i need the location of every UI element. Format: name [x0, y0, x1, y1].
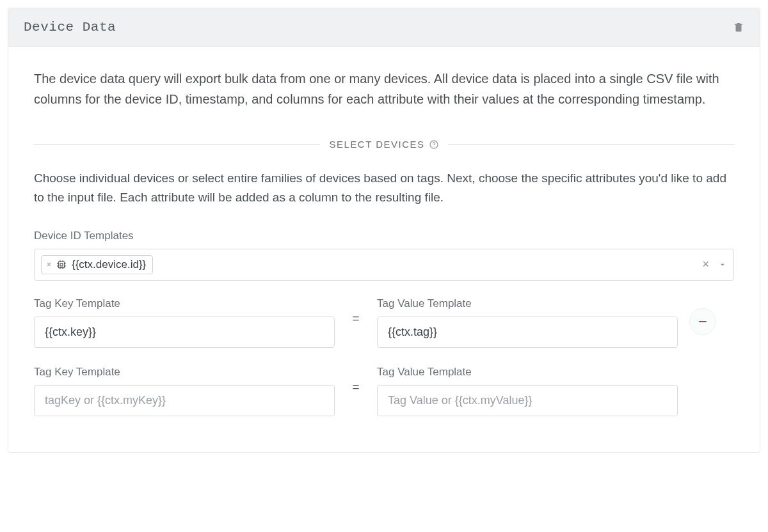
tag-row: Tag Key Template = Tag Value Template: [34, 366, 734, 416]
help-icon[interactable]: [429, 139, 439, 150]
device-id-templates-field: Device ID Templates × {{ctx.device.id}} …: [34, 230, 734, 281]
trash-icon[interactable]: [733, 21, 744, 34]
tag-key-col: Tag Key Template: [34, 297, 335, 348]
chip-text: {{ctx.device.id}}: [72, 258, 146, 271]
device-id-chip: × {{ctx.device.id}}: [41, 255, 153, 274]
divider-label: SELECT DEVICES: [329, 139, 438, 150]
panel-body: The device data query will export bulk d…: [8, 47, 760, 452]
tag-key-label: Tag Key Template: [34, 366, 335, 379]
divider-label-text: SELECT DEVICES: [329, 139, 424, 150]
tag-key-input[interactable]: [34, 385, 335, 416]
chip-remove-icon[interactable]: ×: [47, 261, 51, 269]
panel-title: Device Data: [24, 20, 116, 35]
intro-text: The device data query will export bulk d…: [34, 68, 734, 109]
svg-rect-3: [60, 263, 63, 266]
svg-point-1: [433, 146, 434, 146]
tag-key-col: Tag Key Template: [34, 366, 335, 416]
section-divider: SELECT DEVICES: [34, 139, 734, 150]
section-description: Choose individual devices or select enti…: [34, 169, 734, 208]
tag-value-col: Tag Value Template: [377, 366, 678, 416]
tag-value-label: Tag Value Template: [377, 366, 678, 379]
multiselect-controls: ×: [702, 258, 727, 271]
device-data-panel: Device Data The device data query will e…: [8, 8, 760, 453]
device-id-templates-select[interactable]: × {{ctx.device.id}} ×: [34, 249, 734, 281]
tag-row: Tag Key Template = Tag Value Template: [34, 297, 734, 348]
device-id-templates-label: Device ID Templates: [34, 230, 734, 242]
chevron-down-icon[interactable]: [718, 260, 727, 269]
remove-row-button[interactable]: [689, 308, 716, 335]
divider-line-left: [34, 144, 320, 145]
tag-value-input[interactable]: [377, 385, 678, 416]
action-spacer: [689, 389, 716, 416]
divider-line-right: [448, 144, 734, 145]
device-icon: [56, 260, 67, 270]
svg-rect-2: [58, 262, 64, 267]
equals-sign: =: [346, 311, 365, 333]
tag-key-input[interactable]: [34, 317, 335, 348]
clear-all-icon[interactable]: ×: [702, 258, 709, 271]
panel-header: Device Data: [8, 8, 760, 47]
tag-value-input[interactable]: [377, 317, 678, 348]
tag-value-col: Tag Value Template: [377, 297, 678, 348]
tag-key-label: Tag Key Template: [34, 297, 335, 310]
tag-value-label: Tag Value Template: [377, 297, 678, 310]
equals-sign: =: [346, 380, 365, 402]
